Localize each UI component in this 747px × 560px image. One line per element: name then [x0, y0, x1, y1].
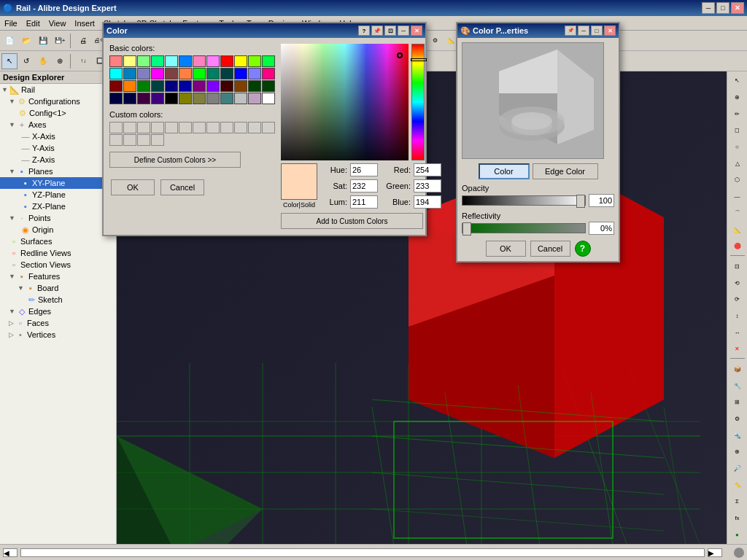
custom-color-cell[interactable]: [123, 134, 136, 146]
tree-config1[interactable]: ⚙ Config<1>: [0, 107, 116, 119]
add-to-custom-button[interactable]: Add to Custom Colors: [281, 213, 423, 229]
rt-btn14[interactable]: ⟳: [729, 292, 746, 308]
cp-max[interactable]: □: [591, 26, 603, 36]
rt-btn25[interactable]: 📏: [729, 477, 746, 493]
rt-btn18[interactable]: 📦: [729, 362, 746, 378]
tree-faces[interactable]: ▷ ▫ Faces: [0, 317, 116, 329]
rt-btn2[interactable]: ⊕: [729, 90, 746, 106]
rt-btn8[interactable]: —: [729, 189, 746, 205]
color-dialog-help[interactable]: ?: [358, 26, 370, 36]
tree-rail[interactable]: ▼ 📐 Rail: [0, 84, 116, 96]
open-button[interactable]: 📂: [18, 33, 34, 49]
basic-color-cell[interactable]: [151, 93, 164, 104]
blue-input[interactable]: [414, 195, 441, 209]
cp-close[interactable]: ✕: [604, 26, 616, 36]
color-dialog-pin[interactable]: 📌: [371, 26, 383, 36]
save-as-button[interactable]: 💾+: [52, 33, 68, 49]
hue-bar[interactable]: [411, 44, 425, 160]
basic-color-cell[interactable]: [109, 80, 123, 92]
tree-redline-views[interactable]: ▫ Redline Views: [0, 247, 116, 259]
basic-color-cell[interactable]: [262, 80, 275, 92]
tree-vertices[interactable]: ▷ • Vertices: [0, 329, 116, 341]
basic-color-cell[interactable]: [179, 68, 192, 79]
close-button[interactable]: ✕: [731, 2, 744, 14]
maximize-button[interactable]: □: [716, 2, 729, 14]
basic-color-cell[interactable]: [151, 55, 164, 67]
basic-color-cell[interactable]: [248, 93, 261, 104]
basic-color-cell[interactable]: [193, 93, 206, 104]
custom-color-cell[interactable]: [262, 122, 275, 133]
new-button[interactable]: 📄: [1, 33, 18, 49]
cp-pin[interactable]: 📌: [565, 26, 576, 36]
opacity-track[interactable]: [462, 195, 586, 206]
color-props-ok-button[interactable]: OK: [486, 241, 526, 257]
basic-color-cell[interactable]: [206, 68, 220, 79]
basic-color-cell[interactable]: [123, 80, 136, 92]
print-button[interactable]: 🖨: [75, 33, 91, 49]
rt-btn10[interactable]: 📐: [729, 222, 746, 238]
rt-btn19[interactable]: 🔧: [729, 378, 746, 394]
basic-color-cell[interactable]: [109, 93, 123, 104]
basic-color-cell[interactable]: [193, 80, 206, 92]
tree-origin[interactable]: ◉ Origin: [0, 224, 116, 236]
rt-btn22[interactable]: 🔩: [729, 427, 746, 443]
basic-color-cell[interactable]: [262, 55, 275, 67]
rt-btn1[interactable]: ↖: [729, 73, 746, 89]
rt-btn28[interactable]: ●: [729, 526, 746, 542]
basic-color-cell[interactable]: [220, 93, 233, 104]
basic-color-cell[interactable]: [123, 68, 136, 79]
scrollbar-track[interactable]: [20, 548, 705, 557]
rt-btn5[interactable]: ○: [729, 139, 746, 155]
define-custom-colors-button[interactable]: Define Custom Colors >>: [109, 152, 241, 168]
tree-surfaces[interactable]: ▫ Surfaces: [0, 236, 116, 247]
tree-xyplane[interactable]: ▪ XY-Plane: [0, 177, 116, 189]
custom-color-cell[interactable]: [137, 134, 150, 146]
rt-btn27[interactable]: fx: [729, 510, 746, 526]
tree-axes[interactable]: ▼ + Axes: [0, 119, 116, 131]
basic-color-cell[interactable]: [234, 68, 247, 79]
basic-color-cell[interactable]: [165, 93, 178, 104]
basic-color-cell[interactable]: [206, 80, 220, 92]
tree-planes[interactable]: ▼ ▪ Planes: [0, 166, 116, 177]
custom-color-cell[interactable]: [248, 122, 261, 133]
rt-btn11[interactable]: 🔴: [729, 238, 746, 254]
rt-btn12[interactable]: ⊡: [729, 259, 746, 275]
rt-btn17[interactable]: ✕: [729, 341, 746, 357]
rt-btn16[interactable]: ↔: [729, 324, 746, 341]
custom-color-cell[interactable]: [193, 122, 206, 133]
basic-color-cell[interactable]: [137, 68, 150, 79]
basic-color-cell[interactable]: [137, 93, 150, 104]
reflectivity-thumb[interactable]: [462, 222, 471, 236]
tree-sketch[interactable]: ✏ Sketch: [0, 294, 116, 306]
tree-features[interactable]: ▼ ▪ Features: [0, 271, 116, 282]
basic-color-cell[interactable]: [193, 55, 206, 67]
menu-view[interactable]: View: [44, 18, 71, 29]
rt-btn3[interactable]: ✏: [729, 106, 746, 122]
rt-btn24[interactable]: 🔎: [729, 461, 746, 477]
basic-color-cell[interactable]: [179, 80, 192, 92]
title-bar-controls[interactable]: ─ □ ✕: [702, 2, 744, 14]
hue-input[interactable]: [350, 163, 378, 176]
tree-edges[interactable]: ▼ ◇ Edges: [0, 306, 116, 317]
basic-color-cell[interactable]: [262, 68, 275, 79]
tree-section-views[interactable]: ▫ Section Views: [0, 259, 116, 271]
rt-btn15[interactable]: ↕: [729, 308, 746, 324]
opacity-thumb[interactable]: [576, 195, 585, 208]
reflectivity-value[interactable]: 0%: [589, 222, 614, 235]
red-input[interactable]: [414, 163, 441, 176]
basic-color-cell[interactable]: [179, 93, 192, 104]
basic-color-cell[interactable]: [262, 93, 275, 104]
color-props-cancel-button[interactable]: Cancel: [530, 241, 570, 257]
tree-yzplane[interactable]: ▪ YZ-Plane: [0, 189, 116, 201]
rt-btn13[interactable]: ⟲: [729, 275, 746, 291]
tree-points[interactable]: ▼ · Points: [0, 212, 116, 224]
green-input[interactable]: [414, 179, 441, 192]
custom-color-cell[interactable]: [165, 122, 178, 133]
rt-btn9[interactable]: ⌒: [729, 206, 746, 222]
menu-edit[interactable]: Edit: [22, 18, 44, 29]
tree-board[interactable]: ▼ ▪ Board: [0, 282, 116, 294]
basic-color-cell[interactable]: [137, 55, 150, 67]
basic-color-cell[interactable]: [248, 55, 261, 67]
rt-btn7[interactable]: ⬡: [729, 172, 746, 188]
tree-configurations[interactable]: ▼ ⚙ Configurations: [0, 96, 116, 107]
